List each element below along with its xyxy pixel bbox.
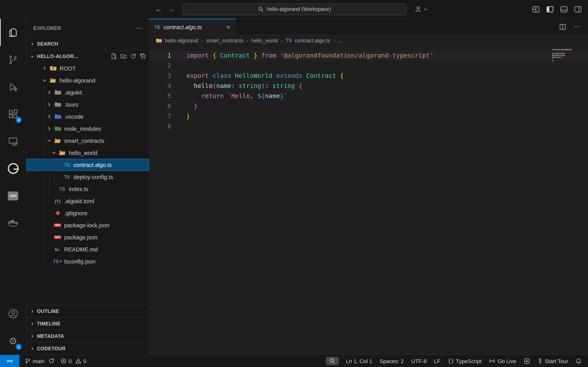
bell-icon[interactable] <box>576 358 582 364</box>
sidebar-title: EXPLORER <box>33 25 61 31</box>
language-label: TypeScript <box>456 358 482 364</box>
breadcrumb-item[interactable]: ... <box>338 38 343 43</box>
breadcrumb-item[interactable]: smart_contracts <box>206 38 243 43</box>
chevron-right-icon <box>44 126 54 132</box>
run-debug-icon[interactable] <box>0 73 26 100</box>
tree-item-deploy-config.ts[interactable]: TSdeploy-config.ts <box>26 171 149 183</box>
tree-item-label: contract.algo.ts <box>73 162 112 168</box>
code-line[interactable]: 1import { Contract } from '@algorandfoun… <box>149 50 588 61</box>
go-live-item[interactable]: Go Live <box>489 358 516 364</box>
section-metadata-label: METADATA <box>37 333 64 339</box>
sync-icon[interactable] <box>49 358 55 364</box>
close-tab-icon[interactable]: × <box>226 24 230 30</box>
code-editor[interactable]: 1import { Contract } from '@algorandfoun… <box>149 46 588 355</box>
folder-plain-icon <box>54 101 61 108</box>
section-codetour[interactable]: CODETOUR <box>26 342 149 355</box>
collapse-all-icon[interactable] <box>140 53 146 59</box>
tree-item-.algokit.toml[interactable]: [T].algokit.toml <box>26 195 149 207</box>
code-line[interactable]: 5 return `Hello, ${name}` <box>149 91 588 101</box>
breadcrumb-item[interactable]: hello_world <box>251 38 278 43</box>
algokit-icon[interactable] <box>0 155 26 182</box>
remote-explorer-icon[interactable] <box>0 128 26 155</box>
tree-item-label: hello_world <box>69 150 97 156</box>
code-line[interactable]: 4 hello(name: string): string { <box>149 81 588 91</box>
tree-item-package-lock.json[interactable]: npmpackage-lock.json <box>26 219 149 231</box>
breadcrumb-item[interactable]: contract.algo.ts <box>295 38 330 43</box>
tree-item-.vscode[interactable]: .vscode <box>26 110 149 123</box>
tree-item-smart_contracts[interactable]: smart_contracts <box>26 135 149 147</box>
new-folder-icon[interactable] <box>121 53 126 59</box>
tree-item-contract.algo.ts[interactable]: TScontract.algo.ts <box>26 159 149 171</box>
language-mode[interactable]: {} TypeScript <box>448 358 482 364</box>
git-branch-icon <box>25 358 31 364</box>
account-button[interactable] <box>414 5 428 13</box>
minimap[interactable] <box>552 49 581 65</box>
section-outline[interactable]: OUTLINE <box>26 305 149 317</box>
customize-layout-icon[interactable] <box>532 5 540 13</box>
code-line[interactable]: 7} <box>149 111 588 121</box>
eol-sequence[interactable]: LF <box>434 358 440 364</box>
command-center[interactable]: hello-algorand (Workspace) <box>183 3 406 15</box>
breadcrumb: hello-algorand › smart_contracts › hello… <box>149 35 588 46</box>
tree-item-label: deploy-config.ts <box>73 174 113 180</box>
accounts-icon[interactable] <box>0 300 26 327</box>
tree-item-hello-algorand[interactable]: hello-algorand <box>26 74 149 86</box>
command-center-label: hello-algorand (Workspace) <box>266 6 331 12</box>
section-outline-label: OUTLINE <box>37 309 59 314</box>
refresh-icon[interactable] <box>130 53 136 59</box>
tree-item-label: .vscode <box>64 113 84 120</box>
dotenv-icon[interactable]: .ENV <box>0 182 26 209</box>
start-tour-item[interactable]: Start Tour <box>537 358 568 364</box>
zoom-indicator[interactable] <box>326 357 338 365</box>
section-metadata[interactable]: METADATA <box>26 330 149 342</box>
section-timeline[interactable]: TIMELINE <box>26 317 149 330</box>
code-line[interactable]: 6 } <box>149 101 588 111</box>
breadcrumb-item[interactable]: hello-algorand <box>165 38 198 43</box>
split-editor-icon[interactable] <box>559 23 566 30</box>
broadcast-icon <box>489 358 496 364</box>
encoding[interactable]: UTF-8 <box>411 358 427 364</box>
toggle-secondary-sidebar-icon[interactable] <box>574 5 582 13</box>
more-editor-actions-icon[interactable]: ⋯ <box>574 23 581 31</box>
tree-item-index.ts[interactable]: TSindex.ts <box>26 183 149 195</box>
tree-item-.algokit[interactable]: .algokit <box>26 86 149 99</box>
ts-icon: TS <box>63 162 71 168</box>
code-line[interactable]: 8 <box>149 121 588 132</box>
branch-item[interactable]: main <box>25 358 55 364</box>
cursor-position[interactable]: Ln 1, Col 1 <box>346 358 372 364</box>
extensions-icon[interactable]: 3 <box>0 100 26 128</box>
section-search[interactable]: SEARCH <box>26 37 149 50</box>
section-workspace-label: HELLO-ALGOR... <box>37 53 78 59</box>
tree-item-hello_world[interactable]: hello_world <box>26 147 149 159</box>
new-file-icon[interactable] <box>111 53 117 59</box>
extension-status-icon[interactable] <box>524 358 530 364</box>
indentation[interactable]: Spaces: 2 <box>379 358 404 364</box>
forward-arrow-icon[interactable]: → <box>165 5 177 13</box>
folder-open-icon <box>49 77 57 83</box>
tree-item-package.json[interactable]: npmpackage.json <box>26 231 149 243</box>
back-arrow-icon[interactable]: ← <box>153 5 165 13</box>
section-workspace[interactable]: HELLO-ALGOR... <box>26 50 149 62</box>
breadcrumb-separator: › <box>247 38 248 43</box>
toggle-panel-icon[interactable] <box>560 5 568 13</box>
code-line[interactable]: 2 <box>149 61 588 71</box>
problems-item[interactable]: 0 0 <box>61 358 86 364</box>
source-control-icon[interactable] <box>0 46 26 73</box>
tree-item-ROOT[interactable]: ROOT <box>26 62 149 74</box>
tree-item-.tours[interactable]: .tours <box>26 99 149 110</box>
code-line[interactable]: 3export class HelloWorld extends Contrac… <box>149 71 588 81</box>
tree-item-tsconfig.json[interactable]: TS⚙tsconfig.json <box>26 255 149 267</box>
tree-item-node_modules[interactable]: node_modules <box>26 123 149 135</box>
more-actions-icon[interactable]: ⋯ <box>136 24 143 32</box>
toggle-primary-sidebar-icon[interactable] <box>546 5 554 13</box>
tree-item-.gitignore[interactable]: .gitignore <box>26 207 149 219</box>
explorer-activity-icon[interactable] <box>0 19 26 46</box>
docker-icon[interactable] <box>0 209 26 237</box>
tree-item-README.md[interactable]: M↓README.md <box>26 243 149 255</box>
folder-node-icon <box>54 125 61 132</box>
tab-contract-algo-ts[interactable]: TS contract.algo.ts × <box>149 19 236 35</box>
remote-indicator[interactable]: >< <box>0 355 19 367</box>
settings-gear-icon[interactable]: ⚙ 1 <box>0 327 26 355</box>
chevron-right-icon <box>44 114 54 119</box>
code-text: hello(name: string): string { <box>186 81 302 91</box>
